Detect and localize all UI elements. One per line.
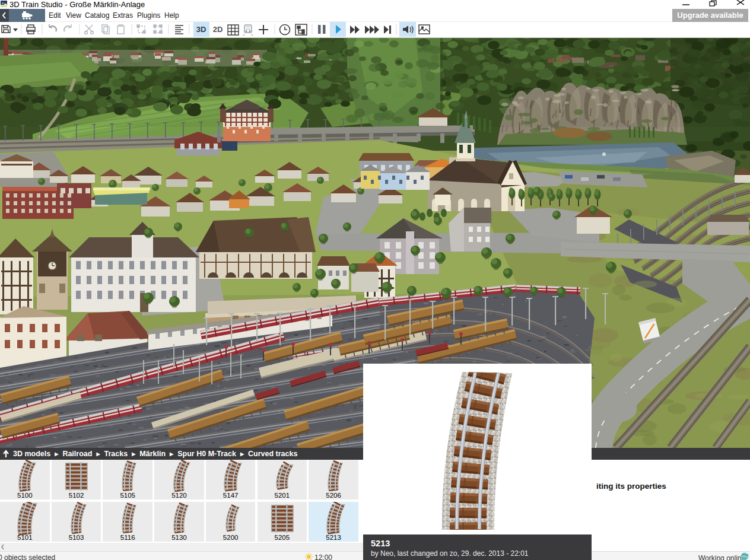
svg-text:2D: 2D: [213, 25, 223, 34]
svg-text:3D: 3D: [196, 25, 206, 34]
